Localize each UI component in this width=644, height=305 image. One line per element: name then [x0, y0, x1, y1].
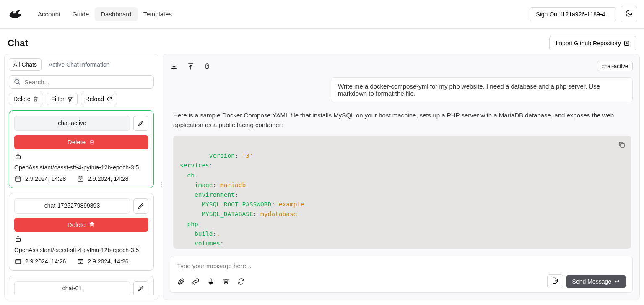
- search-row[interactable]: [9, 75, 154, 89]
- erase-button[interactable]: [547, 274, 563, 288]
- nav-dashboard[interactable]: Dashboard: [95, 7, 137, 21]
- sign-out-button[interactable]: Sign Out f121a926-1189-4...: [530, 7, 616, 21]
- composer-input[interactable]: [177, 262, 626, 269]
- tab-all-chats[interactable]: All Chats: [9, 58, 42, 71]
- trash-icon[interactable]: [222, 278, 230, 285]
- pencil-icon: [138, 203, 144, 209]
- scroll-mouse-icon[interactable]: [203, 62, 211, 70]
- chat-pane: chat-active Write me a docker-compose-ym…: [163, 54, 640, 300]
- calendar-icon: [14, 175, 22, 182]
- chat-card[interactable]: chat-1725279899893 Delete OpenAssistant/…: [9, 193, 154, 271]
- import-github-label: Import Github Repository: [556, 40, 621, 47]
- delete-label: Delete: [13, 96, 30, 102]
- tab-active-chat-info[interactable]: Active Chat Information: [44, 58, 114, 71]
- trash-icon: [89, 139, 95, 145]
- nav-guide[interactable]: Guide: [66, 7, 95, 21]
- robot-icon: [14, 153, 22, 161]
- delete-chat-button[interactable]: Delete: [14, 218, 148, 232]
- app-logo: [7, 6, 23, 23]
- active-chat-badge: chat-active: [597, 61, 633, 71]
- bulk-delete-button[interactable]: Delete: [9, 93, 43, 105]
- chat-created: 2.9.2024, 14:26: [25, 258, 66, 265]
- filter-icon: [67, 96, 73, 102]
- reload-icon: [106, 96, 112, 102]
- calendar-edit-icon: [77, 175, 84, 182]
- filter-label: Filter: [51, 96, 64, 102]
- trash-icon: [89, 222, 95, 228]
- chat-model: OpenAssistant/oasst-sft-4-pythia-12b-epo…: [14, 164, 139, 171]
- mic-icon[interactable]: [207, 278, 215, 285]
- download-icon[interactable]: [170, 62, 178, 70]
- chat-modified: 2.9.2024, 14:26: [88, 258, 128, 265]
- copy-code-button[interactable]: [616, 139, 628, 151]
- send-label: Send Message: [572, 278, 611, 285]
- edit-chat-button[interactable]: [133, 198, 148, 214]
- edit-chat-button[interactable]: [133, 281, 148, 295]
- sync-icon[interactable]: [237, 278, 245, 285]
- nav-templates[interactable]: Templates: [138, 7, 178, 21]
- assistant-intro: Here is a sample Docker Compose YAML fil…: [173, 111, 631, 130]
- chat-title: chat-01: [14, 281, 130, 295]
- composer: Send Message: [170, 256, 633, 293]
- moon-icon: [625, 10, 633, 17]
- enter-icon: [614, 279, 620, 284]
- import-github-button[interactable]: Import Github Repository: [549, 36, 636, 50]
- calendar-icon: [14, 258, 22, 265]
- chat-title: chat-active: [14, 116, 130, 131]
- chat-card[interactable]: chat-active Delete OpenAssistant/oasst-s…: [9, 110, 154, 188]
- edit-chat-button[interactable]: [133, 116, 148, 131]
- delete-chat-label: Delete: [68, 221, 86, 228]
- chat-created: 2.9.2024, 14:28: [25, 175, 66, 182]
- theme-toggle-button[interactable]: [621, 6, 637, 22]
- reload-button[interactable]: Reload: [81, 93, 117, 105]
- search-icon: [13, 78, 21, 86]
- send-message-button[interactable]: Send Message: [566, 275, 626, 288]
- upload-icon[interactable]: [187, 62, 195, 70]
- page-title: Chat: [8, 38, 28, 49]
- chat-model: OpenAssistant/oasst-sft-4-pythia-12b-epo…: [14, 247, 139, 253]
- delete-chat-button[interactable]: Delete: [14, 135, 148, 149]
- erase-icon: [552, 277, 558, 284]
- assistant-message: Here is a sample Docker Compose YAML fil…: [170, 108, 633, 250]
- user-message: Write me a docker-compose-yml for my php…: [331, 77, 633, 102]
- pane-drag-handle[interactable]: ⋮: [159, 179, 164, 189]
- attach-icon[interactable]: [177, 278, 184, 285]
- delete-chat-label: Delete: [68, 138, 86, 146]
- reload-label: Reload: [86, 96, 104, 102]
- filter-button[interactable]: Filter: [47, 93, 77, 105]
- robot-icon: [14, 236, 22, 243]
- chat-list-pane: All Chats Active Chat Information Delete…: [4, 54, 158, 300]
- chat-modified: 2.9.2024, 14:28: [88, 175, 128, 182]
- trash-icon: [33, 96, 39, 102]
- pencil-icon: [138, 285, 144, 292]
- search-input[interactable]: [24, 78, 149, 86]
- nav-account[interactable]: Account: [32, 7, 66, 21]
- link-icon[interactable]: [192, 278, 200, 285]
- import-icon: [623, 40, 630, 47]
- chat-card[interactable]: chat-01 Delete OpenAssistant/oasst-sft-4…: [9, 276, 154, 295]
- chat-title: chat-1725279899893: [14, 198, 130, 214]
- code-block: version: '3' services: db: image: mariad…: [173, 136, 631, 249]
- calendar-edit-icon: [77, 258, 84, 265]
- pencil-icon: [138, 120, 144, 127]
